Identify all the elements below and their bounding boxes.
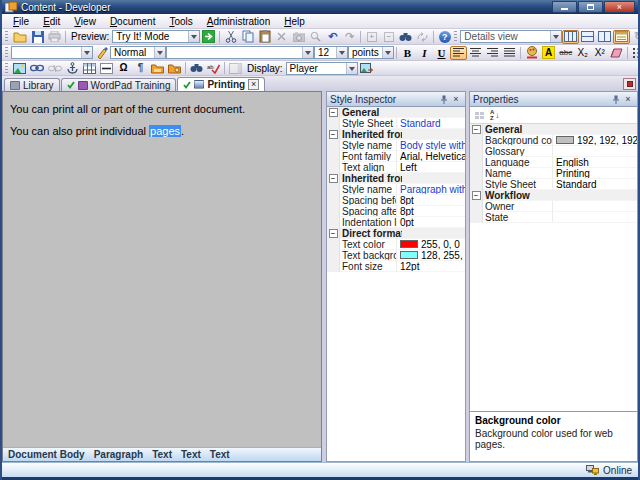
underline-button[interactable]: U [433,46,450,60]
clear-formatting-button[interactable] [608,46,625,60]
find-button[interactable] [397,30,414,44]
dropdown-arrow-icon[interactable] [336,47,347,58]
collapse-icon[interactable]: − [329,130,338,139]
font-unit-combo[interactable]: points [348,46,394,59]
italic-button[interactable]: I [416,46,433,60]
property-row[interactable]: − State [470,212,637,223]
menu-item[interactable]: Document [103,15,163,28]
numbered-list-button[interactable] [630,46,638,60]
property-row[interactable]: − Style name Body style with 8 p... [327,140,465,151]
property-row[interactable]: − Spacing after 8pt [327,206,465,217]
dropdown-arrow-icon[interactable] [382,47,393,58]
vertical-split-button[interactable] [596,30,613,44]
property-row[interactable]: − Inherited from Default Paragraph [327,173,465,184]
path-item[interactable]: Text [210,449,230,460]
property-value-cell[interactable]: 192, 192, 192 [553,135,637,146]
property-row[interactable]: − Workflow [470,190,637,201]
refresh-button[interactable]: ↻ [630,30,638,44]
align-right-button[interactable] [484,46,501,60]
pin-button[interactable] [438,93,450,105]
run-preview-button[interactable] [200,30,217,44]
align-justify-button[interactable] [501,46,518,60]
find-in-document-button[interactable] [188,61,205,75]
property-row[interactable]: − General [470,124,637,135]
property-row[interactable]: − General [327,107,465,118]
panel-close-button[interactable]: × [450,93,462,105]
property-value-cell[interactable] [553,212,637,223]
property-row[interactable]: − Language English [470,157,637,168]
open-button[interactable] [11,30,29,44]
property-row[interactable]: − Style Sheet Standard [327,118,465,129]
document-editor[interactable]: You can print all or part of the current… [3,92,321,447]
replace-button[interactable] [414,30,431,44]
align-left-button[interactable] [450,46,467,60]
collapse-icon[interactable]: − [329,174,338,183]
dropdown-arrow-icon[interactable] [154,47,165,58]
menu-item[interactable]: Administration [200,15,277,28]
document-tab[interactable]: WordPad Training [61,78,177,91]
property-row[interactable]: − Inherited from Default Document Body [327,129,465,140]
property-row[interactable]: − Owner [470,201,637,212]
sort-alphabetical-button[interactable]: AZ↓ [490,109,499,121]
document-tab[interactable]: Library [4,78,60,91]
path-item[interactable]: Text [152,449,172,460]
property-value-cell[interactable]: Standard [553,179,637,190]
zoom-out-button[interactable]: − [380,30,397,44]
display-combo[interactable]: Player [286,62,358,75]
menu-item[interactable]: Edit [36,15,67,28]
property-row[interactable]: − Glossary [470,146,637,157]
menu-item[interactable]: View [67,15,103,28]
help-button[interactable]: ? [436,30,453,44]
strikethrough-button[interactable]: abc [557,46,574,60]
dropdown-arrow-icon[interactable] [81,47,92,58]
property-value-cell[interactable] [560,190,638,201]
toolbar-grip[interactable] [5,63,8,74]
properties-toggle-button[interactable] [613,30,630,44]
selected-text[interactable]: pages [149,125,181,137]
font-size-combo[interactable]: 12 [314,46,348,59]
menu-item[interactable]: Tools [162,15,199,28]
toolbar-grip[interactable] [5,47,8,58]
toolbar-grip[interactable] [454,31,457,42]
property-value-cell[interactable] [560,124,638,135]
document-tab[interactable]: Printing × [177,77,265,91]
path-item[interactable]: Paragraph [94,449,143,460]
property-row[interactable]: − Text color 255, 0, 0 [327,239,465,250]
paste-button[interactable] [256,30,273,44]
property-row[interactable]: − Background color 192, 192, 192 [470,135,637,146]
bold-button[interactable]: B [399,46,416,60]
panel-toggle-button[interactable] [227,61,244,75]
special-character-button[interactable]: Ω [115,61,132,75]
font-family-combo[interactable] [166,46,314,59]
property-row[interactable]: − Font family Arial, Helvetica, sa... [327,151,465,162]
collapse-icon[interactable]: − [472,191,481,200]
insert-table-button[interactable] [81,61,98,75]
insert-image-button[interactable] [11,61,28,75]
dropdown-arrow-icon[interactable] [346,63,357,74]
orange-folder-button-2[interactable] [166,61,183,75]
tab-strip-indicator-button[interactable] [623,78,636,90]
close-button[interactable]: × [604,1,635,13]
property-value-cell[interactable] [553,146,637,157]
property-row[interactable]: − Spacing before 8pt [327,195,465,206]
dropdown-arrow-icon[interactable] [302,47,313,58]
property-row[interactable]: − Style Sheet Standard [470,179,637,190]
collapse-icon[interactable]: − [472,125,481,134]
path-item[interactable]: Text [181,449,201,460]
zoom-page-button[interactable] [307,30,324,44]
toolbar-grip[interactable] [5,31,8,42]
property-value-cell[interactable]: English [553,157,637,168]
copy-button[interactable] [239,30,256,44]
save-button[interactable] [29,30,46,44]
horizontal-split-button[interactable] [579,30,596,44]
collapse-icon[interactable]: − [329,108,338,117]
property-row[interactable]: − Text background color 128, 255, 255 [327,250,465,261]
highlight-color-button[interactable] [523,46,540,60]
menu-item[interactable]: Help [277,15,312,28]
cut-button[interactable] [222,30,239,44]
details-view-combo[interactable]: Details view [460,30,562,43]
orange-folder-button-1[interactable] [149,61,166,75]
collapse-icon[interactable]: − [329,229,338,238]
property-row[interactable]: − Text align Left [327,162,465,173]
superscript-button[interactable]: X² [591,46,608,60]
